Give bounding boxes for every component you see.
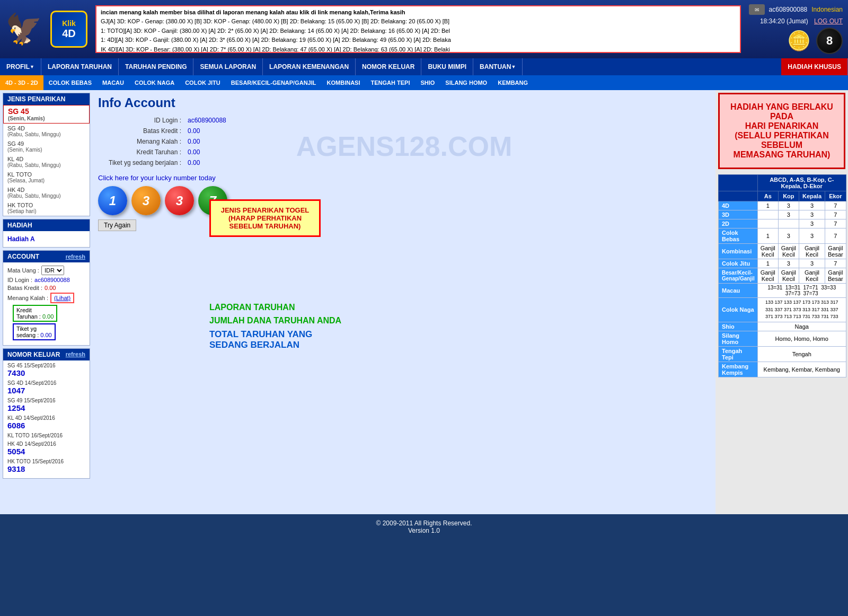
nav-profil[interactable]: PROFIL — [0, 58, 41, 75]
watermark: AGENS128.COM — [296, 130, 512, 162]
sub-nav: 4D - 3D - 2D COLOK BEBAS MACAU COLOK NAG… — [0, 75, 848, 90]
info-menang-value: 0.00 — [185, 137, 229, 146]
subnav-besar-kecil[interactable]: BESAR/KECIL-GENAP/GANJIL — [226, 75, 322, 90]
info-table: ID Login : ac608900088 Batas Kredit : 0.… — [98, 115, 230, 169]
marquee-line-1: GJ[A] 3D: KOP - Genap: (380.00 X) [B] 3D… — [101, 17, 736, 27]
prize-table: ABCD, A-AS, B-Kop, C-Kepala, D-Ekor As K… — [718, 174, 846, 377]
nav-bantuan[interactable]: BANTUAN — [473, 58, 523, 75]
subnav-tengah-tepi[interactable]: TENGAH TEPI — [365, 75, 415, 90]
username: ac608900088 — [769, 6, 808, 13]
subnav-kembang[interactable]: KEMBANG — [492, 75, 533, 90]
row-colok-jitu: Colok Jitu 1337 — [719, 259, 846, 268]
account-header: ACCOUNT refresh — [3, 251, 90, 262]
nav-nomor-keluar[interactable]: NOMOR KELUAR — [356, 58, 421, 75]
header-right: ✉ ac608900088 Indonesian 18:34:20 (Jumat… — [749, 4, 843, 54]
subnav-kombinasi[interactable]: KOMBINASI — [322, 75, 366, 90]
marquee-line-2: 1: TOTO][A] 3D: KOP - Ganjil: (380.00 X)… — [101, 27, 736, 36]
account-refresh-link[interactable]: refresh — [66, 253, 85, 260]
sidebar-item-hk4d[interactable]: HK 4D (Rabu, Sabtu, Minggu) — [3, 185, 90, 200]
nav-buku-mimpi[interactable]: BUKU MIMPI — [421, 58, 473, 75]
sidebar-batas-value: 0.00 — [45, 285, 56, 291]
row-kembang-kempis: Kembang Kempis Kembang, Kembar, Kembang — [719, 362, 846, 377]
nav-laporan-taruhan[interactable]: LAPORAN TARUHAN — [41, 58, 119, 75]
nav-laporan-kemenangan[interactable]: LAPORAN KEMENANGAN — [263, 58, 356, 75]
row-3d: 3D 337 — [719, 210, 846, 219]
menang-kalah-row: Menang Kalah : (Lihat) — [7, 293, 85, 303]
subnav-silang-homo[interactable]: SILANG HOMO — [440, 75, 492, 90]
sidebar-item-hktoto[interactable]: HK TOTO (Setiap hari) — [3, 200, 90, 216]
kredit-box: KreditTaruhan : 0.00 — [13, 305, 57, 322]
hadiah-section: HADIAH Hadiah A — [3, 219, 90, 248]
sidebar-item-kl4d[interactable]: KL 4D (Rabu, Sabtu, Minggu) — [3, 154, 90, 170]
logo-area: 🦅 Klik 4D — [5, 11, 87, 48]
current-time: 18:34:20 (Jumat) — [760, 17, 808, 25]
currency-select[interactable]: IDR — [41, 266, 64, 275]
lucky-ball-2: 3 — [131, 186, 161, 215]
nomor-hktoto: HK TOTO 15/Sept/2016 9318 — [7, 459, 85, 473]
row-colok-naga: Colok Naga 133 137 133 137 173 173 313 3… — [719, 298, 846, 322]
nomor-kltoto: KL TOTO 16/Sept/2016 — [7, 433, 85, 438]
language-selector[interactable]: Indonesian — [811, 6, 843, 13]
hadiah-notice-box: HADIAH YANG BERLAKU PADAHARI PENARIKAN(S… — [718, 93, 845, 169]
row-shio: Shio Naga — [719, 322, 846, 331]
ball8-icon: 8 — [816, 28, 843, 54]
try-again-button[interactable]: Try Again — [98, 219, 136, 231]
subnav-colok-bebas[interactable]: COLOK BEBAS — [43, 75, 97, 90]
nomor-sg4d: SG 4D 14/Sept/2016 1047 — [7, 380, 85, 395]
sidebar-item-kltoto[interactable]: KL TOTO (Selasa, Jumat) — [3, 170, 90, 185]
sidebar-item-sg4d[interactable]: SG 4D (Rabu, Sabtu, Minggu) — [3, 124, 90, 139]
nomor-refresh-link[interactable]: refresh — [66, 351, 85, 358]
nomor-section: NOMOR KELUAR refresh SG 45 15/Sept/2016 … — [3, 348, 90, 479]
lucky-section: Click here for your lucky number today 1… — [98, 174, 710, 231]
nomor-sg45: SG 45 15/Sept/2016 7430 — [7, 363, 85, 377]
col-kepala: Kepala — [799, 191, 825, 201]
info-menang-row: Menang Kalah : 0.00 — [99, 137, 229, 146]
currency-row: Mata Uang : IDR — [7, 266, 85, 275]
annotation-jumlah: JUMLAH DANA TARUHAN ANDA — [209, 316, 341, 325]
account-body: Mata Uang : IDR ID Login : ac608900088 B… — [3, 262, 90, 345]
right-panel: HADIAH YANG BERLAKU PADAHARI PENARIKAN(S… — [716, 90, 848, 514]
menang-kalah-link[interactable]: (Lihat) — [54, 295, 70, 301]
eagle-logo: 🦅 — [5, 12, 42, 47]
marquee-line-3: 1: 4D][A] 3D: KOP - Ganjil: (380.00 X) [… — [101, 36, 736, 45]
subnav-colok-jitu[interactable]: COLOK JITU — [180, 75, 226, 90]
lucky-ball-1: 1 — [98, 186, 127, 215]
sidebar-item-sg45[interactable]: SG 45 (Senin, Kamis) — [3, 105, 90, 124]
marquee-title: incian menang kalah member bisa dilihat … — [101, 9, 736, 15]
nav-semua-laporan[interactable]: SEMUA LAPORAN — [193, 58, 263, 75]
subnav-shio[interactable]: SHIO — [415, 75, 440, 90]
email-icon[interactable]: ✉ — [749, 4, 765, 15]
nomor-kl4d: KL 4D 14/Sept/2016 6086 — [7, 415, 85, 430]
row-2d: 2D 37 — [719, 219, 846, 228]
tiket-box: Tiket ygsedang : 0.00 — [13, 323, 56, 340]
sidebar-item-sg49[interactable]: SG 49 (Senin, Kamis) — [3, 139, 90, 154]
annotation-jenis: JENIS PENARIKAN TOGEL(HARAP PERHATIKANSE… — [209, 199, 321, 237]
left-sidebar: JENIS PENARIKAN SG 45 (Senin, Kamis) SG … — [0, 90, 93, 514]
nav-taruhan-pending[interactable]: TARUHAN PENDING — [119, 58, 193, 75]
nav-hadiah-khusus[interactable]: HADIAH KHUSUS — [781, 58, 848, 75]
prize-header-top: ABCD, A-AS, B-Kop, C-Kepala, D-Ekor — [719, 175, 846, 191]
page-title: Info Account — [98, 95, 710, 110]
lucky-balls: 1 3 3 7 — [98, 186, 710, 215]
jenis-penarikan-section: JENIS PENARIKAN SG 45 (Senin, Kamis) SG … — [3, 93, 90, 216]
logout-button[interactable]: LOG OUT — [814, 17, 843, 25]
subnav-colok-naga[interactable]: COLOK NAGA — [129, 75, 180, 90]
jenis-penarikan-title: JENIS PENARIKAN — [3, 93, 90, 105]
hadiah-a-link[interactable]: Hadiah A — [3, 231, 90, 247]
main-nav: PROFIL LAPORAN TARUHAN TARUHAN PENDING S… — [0, 58, 848, 75]
prize-header-abcd: ABCD, A-AS, B-Kop, C-Kepala, D-Ekor — [757, 175, 846, 191]
account-section: ACCOUNT refresh Mata Uang : IDR ID Login… — [3, 250, 90, 346]
sidebar-id-value: ac608900088 — [34, 277, 70, 283]
lucky-title: Click here for your lucky number today — [98, 174, 710, 182]
header: 🦅 Klik 4D incian menang kalah member bis… — [0, 0, 848, 58]
kredit-taruhan-row: KreditTaruhan : 0.00 — [13, 305, 85, 322]
id-login-row: ID Login : ac608900088 — [7, 277, 85, 283]
time-logout: 18:34:20 (Jumat) LOG OUT — [760, 17, 843, 25]
info-tiket-row: Tiket yg sedang berjalan : 0.00 — [99, 158, 229, 168]
subnav-macau[interactable]: MACAU — [97, 75, 129, 90]
row-colok-bebas: Colok Bebas 1337 — [719, 228, 846, 244]
copyright: © 2009-2011 All Rights Reserved. — [5, 520, 843, 527]
subnav-4d3d2d[interactable]: 4D - 3D - 2D — [0, 75, 43, 90]
version: Version 1.0 — [5, 527, 843, 534]
info-kredit-value: 0.00 — [185, 126, 229, 136]
